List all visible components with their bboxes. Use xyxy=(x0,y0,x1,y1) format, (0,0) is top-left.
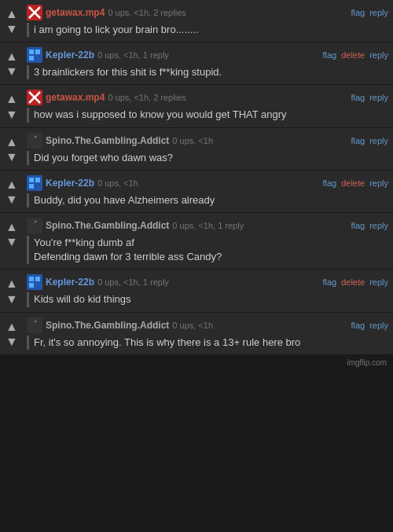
reply-link[interactable]: reply xyxy=(369,221,388,230)
comment-meta: 0 ups, <1h, 1 reply xyxy=(97,277,169,287)
avatar xyxy=(27,274,42,290)
vote-column: ▲▼ xyxy=(0,274,24,306)
flag-link[interactable]: flag xyxy=(351,8,365,17)
vote-column: ▲▼ xyxy=(0,133,24,165)
downvote-button[interactable]: ▼ xyxy=(6,192,18,207)
reply-link[interactable]: reply xyxy=(369,178,388,188)
comment-actions: flagreply xyxy=(351,321,388,330)
comment-actions: flagreply xyxy=(351,8,388,17)
content-column: ˊ Spino.The.Gambling.Addict0 ups, <1h, 1… xyxy=(24,218,388,264)
meta-row: ˊ Spino.The.Gambling.Addict0 ups, <1hfla… xyxy=(27,317,388,333)
svg-text:ˊ: ˊ xyxy=(32,134,38,147)
avatar: ˊ xyxy=(27,133,42,149)
reply-link[interactable]: reply xyxy=(369,277,388,287)
svg-text:ˊ: ˊ xyxy=(32,319,38,332)
flag-link[interactable]: flag xyxy=(322,178,336,188)
content-column: Kepler-22b0 ups, <1h, 1 replyflagdeleter… xyxy=(24,47,388,79)
comment-block: ▲▼ getawax.mp40 ups, <1h, 2 repliesflagr… xyxy=(0,85,393,127)
username[interactable]: Kepler-22b xyxy=(46,178,94,189)
reply-link[interactable]: reply xyxy=(369,321,388,330)
comment-block: ▲▼ ˊ Spino.The.Gambling.Addict0 ups, <1h… xyxy=(0,213,393,270)
reply-link[interactable]: reply xyxy=(369,93,388,102)
downvote-button[interactable]: ▼ xyxy=(6,234,18,249)
delete-link[interactable]: delete xyxy=(341,178,365,188)
username[interactable]: Kepler-22b xyxy=(46,277,94,288)
svg-rect-24 xyxy=(35,283,40,288)
svg-rect-15 xyxy=(35,178,40,182)
comment-text: Did you forget who dawn was? xyxy=(27,151,388,165)
meta-row: getawax.mp40 ups, <1h, 2 repliesflagrepl… xyxy=(27,5,388,20)
content-column: getawax.mp40 ups, <1h, 2 repliesflagrepl… xyxy=(24,5,388,37)
content-column: getawax.mp40 ups, <1h, 2 repliesflagrepl… xyxy=(24,90,388,122)
username[interactable]: getawax.mp4 xyxy=(46,7,105,18)
comment-actions: flagdeletereply xyxy=(322,178,388,188)
upvote-button[interactable]: ▲ xyxy=(6,219,18,234)
vote-column: ▲▼ xyxy=(0,5,24,37)
username[interactable]: Spino.The.Gambling.Addict xyxy=(46,220,169,231)
flag-link[interactable]: flag xyxy=(322,50,336,60)
vote-column: ▲▼ xyxy=(0,47,24,79)
comment-block: ▲▼ Kepler-22b0 ups, <1hflagdeletereplyBu… xyxy=(0,171,393,213)
comment-block: ▲▼ Kepler-22b0 ups, <1h, 1 replyflagdele… xyxy=(0,270,393,312)
reply-link[interactable]: reply xyxy=(369,8,388,17)
comment-text: Fr, it's so annoying. This is why there … xyxy=(27,336,388,350)
meta-row: ˊ Spino.The.Gambling.Addict0 ups, <1h, 1… xyxy=(27,218,388,233)
reply-link[interactable]: reply xyxy=(369,50,388,60)
username[interactable]: Kepler-22b xyxy=(46,50,94,61)
upvote-button[interactable]: ▲ xyxy=(6,49,18,64)
comment-meta: 0 ups, <1h, 2 replies xyxy=(108,8,185,17)
upvote-button[interactable]: ▲ xyxy=(6,319,18,334)
meta-row: ˊ Spino.The.Gambling.Addict0 ups, <1hfla… xyxy=(27,133,388,149)
svg-rect-5 xyxy=(35,50,40,54)
meta-row: getawax.mp40 ups, <1h, 2 repliesflagrepl… xyxy=(27,90,388,105)
comment-actions: flagdeletereply xyxy=(322,50,388,60)
avatar xyxy=(27,175,42,191)
svg-rect-16 xyxy=(29,184,34,189)
comment-meta: 0 ups, <1h xyxy=(172,321,213,330)
downvote-button[interactable]: ▼ xyxy=(6,21,18,36)
vote-column: ▲▼ xyxy=(0,175,24,207)
upvote-button[interactable]: ▲ xyxy=(6,6,18,21)
comment-text: Kids will do kid things xyxy=(27,292,388,306)
comment-meta: 0 ups, <1h, 2 replies xyxy=(108,93,185,102)
flag-link[interactable]: flag xyxy=(351,221,365,230)
svg-rect-14 xyxy=(29,178,34,182)
svg-rect-23 xyxy=(29,283,34,288)
vote-column: ▲▼ xyxy=(0,317,24,350)
username[interactable]: Spino.The.Gambling.Addict xyxy=(46,135,169,146)
flag-link[interactable]: flag xyxy=(351,321,365,330)
downvote-button[interactable]: ▼ xyxy=(6,292,18,306)
comment-actions: flagreply xyxy=(351,93,388,102)
username[interactable]: Spino.The.Gambling.Addict xyxy=(46,320,169,331)
comment-text: 3 brainlickers for this shit is f**king … xyxy=(27,65,388,79)
downvote-button[interactable]: ▼ xyxy=(6,64,18,79)
vote-column: ▲▼ xyxy=(0,90,24,122)
delete-link[interactable]: delete xyxy=(341,277,365,287)
avatar xyxy=(27,5,42,20)
flag-link[interactable]: flag xyxy=(322,277,336,287)
downvote-button[interactable]: ▼ xyxy=(6,149,18,164)
flag-link[interactable]: flag xyxy=(351,93,365,102)
content-column: ˊ Spino.The.Gambling.Addict0 ups, <1hfla… xyxy=(24,317,388,350)
upvote-button[interactable]: ▲ xyxy=(6,276,18,291)
username[interactable]: getawax.mp4 xyxy=(46,92,105,103)
content-column: Kepler-22b0 ups, <1h, 1 replyflagdeleter… xyxy=(24,274,388,306)
content-column: ˊ Spino.The.Gambling.Addict0 ups, <1hfla… xyxy=(24,133,388,165)
comment-text: i am going to lick your brain bro.......… xyxy=(27,23,388,37)
upvote-button[interactable]: ▲ xyxy=(6,134,18,149)
downvote-button[interactable]: ▼ xyxy=(6,107,18,122)
svg-rect-6 xyxy=(29,56,34,61)
upvote-button[interactable]: ▲ xyxy=(6,91,18,106)
meta-row: Kepler-22b0 ups, <1hflagdeletereply xyxy=(27,175,388,191)
avatar xyxy=(27,90,42,105)
svg-rect-17 xyxy=(35,184,40,189)
upvote-button[interactable]: ▲ xyxy=(6,177,18,192)
svg-rect-22 xyxy=(35,277,40,281)
comment-actions: flagreply xyxy=(351,221,388,230)
comment-actions: flagdeletereply xyxy=(322,277,388,287)
delete-link[interactable]: delete xyxy=(341,50,365,60)
reply-link[interactable]: reply xyxy=(369,136,388,145)
avatar xyxy=(27,47,42,63)
flag-link[interactable]: flag xyxy=(351,136,365,145)
downvote-button[interactable]: ▼ xyxy=(6,334,18,349)
